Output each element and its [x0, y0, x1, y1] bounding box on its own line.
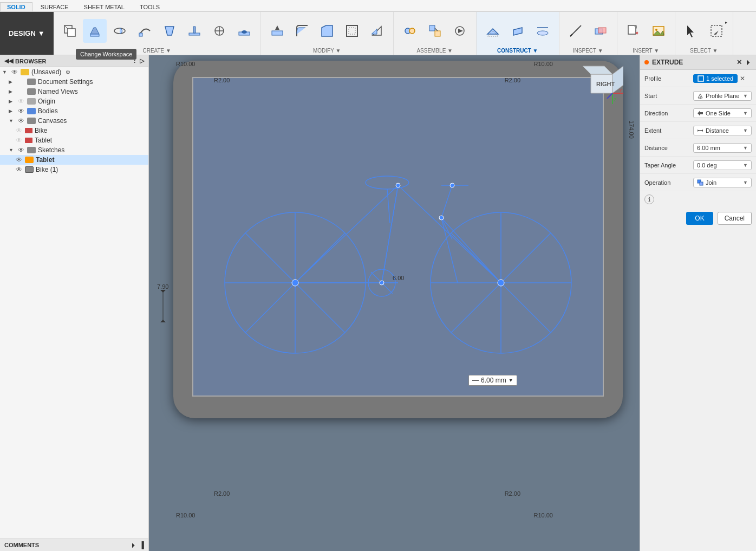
- browser-item-canvases[interactable]: ▼ 👁 Canvases: [0, 116, 148, 126]
- browser-item-doc-settings[interactable]: ▶ Document Settings: [0, 77, 148, 87]
- visibility-bodies-icon[interactable]: 👁: [17, 107, 25, 115]
- direction-dropdown-arrow: ▼: [743, 111, 748, 116]
- start-label: Start: [644, 93, 693, 99]
- settings-folder-icon: [27, 79, 36, 85]
- extent-row: Extent Distance ▼: [640, 122, 756, 139]
- web-icon[interactable]: [207, 19, 231, 43]
- extent-dropdown[interactable]: Distance ▼: [693, 126, 752, 135]
- distance-input[interactable]: 6.00 mm ▼: [693, 143, 752, 153]
- visibility-tablet-icon[interactable]: 👁: [15, 137, 23, 144]
- sweep-icon[interactable]: [133, 19, 157, 43]
- comments-expand-icon[interactable]: ⏵: [131, 541, 137, 549]
- comments-bar[interactable]: COMMENTS ⏵ ▐: [0, 539, 148, 551]
- new-component-icon[interactable]: [58, 19, 82, 43]
- insert-derive-icon[interactable]: [622, 19, 646, 43]
- profile-clear-icon[interactable]: ✕: [740, 75, 745, 82]
- scale-icon[interactable]: [365, 19, 389, 43]
- select-label[interactable]: SELECT ▼: [690, 47, 718, 55]
- direction-dropdown[interactable]: One Side ▼: [693, 108, 752, 118]
- browser-item-bike-canvas[interactable]: 👁 Bike: [0, 126, 148, 135]
- rigid-group-icon[interactable]: [423, 19, 447, 43]
- rib-icon[interactable]: [183, 19, 206, 43]
- taper-input[interactable]: 0.0 deg ▼: [693, 160, 752, 170]
- shell-icon[interactable]: [340, 19, 364, 43]
- svg-rect-100: [698, 76, 703, 81]
- svg-point-94: [450, 183, 454, 187]
- expand-arrow-origin: ▶: [9, 99, 15, 104]
- browser-item-origin[interactable]: ▶ 👁 Origin: [0, 96, 148, 106]
- visibility-canvases-icon[interactable]: 👁: [17, 117, 25, 125]
- chamfer-icon[interactable]: [315, 19, 339, 43]
- panel-expand-icon[interactable]: ⏵: [745, 59, 752, 66]
- svg-line-52: [607, 93, 612, 99]
- browser-item-sketches[interactable]: ▼ 👁 Sketches: [0, 145, 148, 155]
- dim-dropdown-arrow[interactable]: ▼: [509, 378, 513, 383]
- inspect-label[interactable]: INSPECT ▼: [573, 47, 603, 55]
- ok-button[interactable]: OK: [686, 212, 713, 225]
- tab-sheet-metal[interactable]: SHEET METAL: [77, 2, 132, 11]
- profile-selected-badge[interactable]: 1 selected: [693, 74, 738, 83]
- settings-icon[interactable]: ⚙: [66, 69, 70, 75]
- select-icon[interactable]: [680, 19, 703, 43]
- hole-icon[interactable]: [232, 19, 256, 43]
- visibility-sketches-icon[interactable]: 👁: [17, 146, 25, 154]
- top-tabs-row: SOLID SURFACE SHEET METAL TOOLS: [0, 0, 756, 12]
- svg-text:6.00: 6.00: [393, 275, 404, 281]
- orientation-cube[interactable]: RIGHT Y Z: [580, 61, 623, 104]
- info-icon[interactable]: ℹ: [644, 195, 654, 204]
- start-dropdown[interactable]: Profile Plane ▼: [693, 91, 752, 101]
- browser-item-named-views[interactable]: ▶ Named Views: [0, 87, 148, 96]
- construct-label[interactable]: CONSTRUCT ▼: [497, 47, 538, 55]
- visibility-bike-icon[interactable]: 👁: [15, 127, 23, 134]
- visibility-origin-icon[interactable]: 👁: [17, 98, 25, 105]
- panel-close-icon[interactable]: ✕: [737, 59, 742, 66]
- tab-tools[interactable]: TOOLS: [133, 2, 167, 11]
- browser-expand-icon[interactable]: ◀◀: [4, 57, 13, 64]
- motion-study-icon[interactable]: [448, 19, 472, 43]
- assemble-joint-icon[interactable]: [398, 19, 422, 43]
- visibility-doc-icon[interactable]: [17, 78, 25, 86]
- visibility-views-icon[interactable]: [17, 88, 25, 95]
- tab-surface[interactable]: SURFACE: [34, 2, 76, 11]
- svg-rect-25: [435, 31, 440, 36]
- fillet-icon[interactable]: [290, 19, 314, 43]
- insert-label[interactable]: INSERT ▼: [633, 47, 659, 55]
- revolve-icon[interactable]: [108, 19, 132, 43]
- svg-rect-19: [349, 28, 355, 34]
- interference-icon[interactable]: [589, 19, 612, 43]
- cancel-button[interactable]: Cancel: [718, 212, 752, 225]
- loft-icon[interactable]: [158, 19, 181, 43]
- extrude-panel-header: EXTRUDE ✕ ⏵: [640, 55, 756, 70]
- canvas-icon[interactable]: [647, 19, 670, 43]
- tablet-sketch-label: Tablet: [36, 156, 54, 164]
- visibility-tablet-sketch-icon[interactable]: 👁: [15, 156, 23, 164]
- dim-r10-tr: R10.00: [534, 61, 553, 67]
- browser-item-bike-sketch[interactable]: 👁 Bike (1): [0, 165, 148, 174]
- browser-item-tablet-sketch[interactable]: 👁 Tablet: [0, 155, 148, 165]
- modify-label[interactable]: MODIFY ▼: [313, 47, 341, 55]
- window-select-icon[interactable]: ▸: [705, 19, 728, 43]
- plane-at-angle-icon[interactable]: [506, 19, 530, 43]
- tangent-plane-icon[interactable]: [531, 19, 555, 43]
- extrude-icon[interactable]: [83, 19, 107, 43]
- offset-plane-icon[interactable]: [481, 19, 505, 43]
- visibility-bike-sketch-icon[interactable]: 👁: [15, 166, 23, 173]
- browser-item-root[interactable]: ▼ 👁 (Unsaved) ⚙: [0, 67, 148, 77]
- viewport[interactable]: RIGHT Y Z: [149, 55, 640, 551]
- browser-pin-icon[interactable]: ▷: [140, 57, 144, 64]
- comments-label: COMMENTS: [4, 542, 39, 548]
- svg-point-93: [380, 281, 384, 285]
- create-label[interactable]: CREATE ▼: [142, 47, 171, 55]
- comments-panel-icon[interactable]: ▐: [139, 541, 144, 549]
- assemble-label[interactable]: ASSEMBLE ▼: [416, 47, 453, 55]
- dim-distance-bubble[interactable]: 6.00 mm ▼: [468, 375, 517, 386]
- visibility-icon[interactable]: 👁: [11, 68, 18, 76]
- operation-dropdown[interactable]: Join ▼: [693, 178, 752, 187]
- browser-item-bodies[interactable]: ▶ 👁 Bodies: [0, 106, 148, 116]
- measure-icon[interactable]: [564, 19, 588, 43]
- tab-solid[interactable]: SOLID: [0, 2, 32, 11]
- svg-point-92: [292, 280, 298, 286]
- design-button[interactable]: DESIGN ▼: [0, 12, 54, 55]
- press-pull-icon[interactable]: [265, 19, 289, 43]
- browser-item-tablet-canvas[interactable]: 👁 Tablet: [0, 135, 148, 145]
